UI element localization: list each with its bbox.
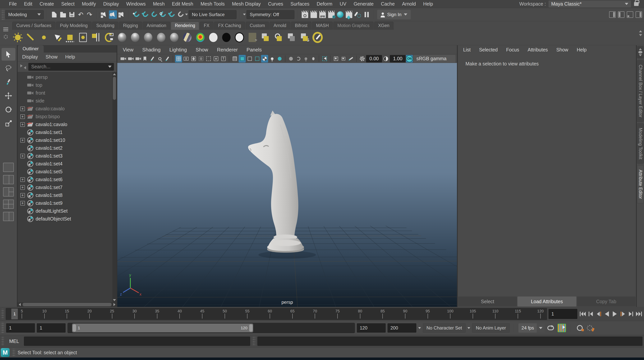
viewport-menu-item[interactable]: Show: [196, 47, 208, 53]
outliner-item[interactable]: cavalo1:set4: [18, 160, 117, 168]
range-end-handle[interactable]: [249, 324, 252, 332]
scrollbar-thumb[interactable]: [113, 77, 116, 100]
chevron-down-icon[interactable]: [108, 66, 112, 68]
shelf-tab[interactable]: Rigging: [119, 22, 142, 30]
expand-toggle[interactable]: +: [20, 106, 25, 111]
step-forward-key-button[interactable]: [627, 309, 635, 319]
render-settings-icon[interactable]: [327, 10, 336, 19]
color-management-toggle[interactable]: ON: [406, 55, 413, 63]
hypershade-icon[interactable]: [336, 10, 344, 19]
expand-toggle[interactable]: +: [20, 138, 25, 143]
time-slider[interactable]: 1 5 10 15: [6, 308, 547, 320]
expand-toggle[interactable]: +: [20, 185, 25, 190]
select-component-icon[interactable]: [118, 10, 126, 19]
tear-off-copy-icon[interactable]: [332, 55, 340, 63]
safe-action-icon[interactable]: [212, 55, 220, 63]
drag-handle[interactable]: [1, 322, 4, 334]
play-forwards-button[interactable]: [611, 309, 619, 319]
outliner-item[interactable]: defaultObjectSet: [18, 215, 117, 223]
expand-toggle[interactable]: +: [20, 193, 25, 198]
legacy-render-layers-icon[interactable]: [286, 32, 297, 43]
scroll-left-icon[interactable]: [19, 303, 21, 306]
drag-handle[interactable]: [12, 349, 15, 356]
snap-to-point-icon[interactable]: [150, 10, 158, 19]
shelf-tab[interactable]: Poly Modeling: [56, 22, 92, 30]
outliner-item[interactable]: + cavalo1:set9: [18, 199, 117, 207]
smooth-shade-icon[interactable]: [239, 55, 246, 63]
command-input[interactable]: [24, 336, 250, 346]
film-gate-icon[interactable]: [182, 55, 190, 63]
attribute-editor-menu-item[interactable]: Attributes: [528, 47, 548, 53]
outliner-item[interactable]: persp: [18, 73, 117, 81]
search-input[interactable]: [28, 63, 114, 71]
shelf-tab[interactable]: XGen: [374, 22, 394, 30]
render-setup-icon[interactable]: [345, 10, 353, 19]
spot-light-icon[interactable]: [51, 32, 62, 43]
layout-four-pane-button[interactable]: [3, 200, 14, 209]
snap-to-projected-center-icon[interactable]: [159, 10, 167, 19]
drag-handle[interactable]: [252, 336, 255, 346]
toon-outline-icon[interactable]: [312, 32, 323, 43]
shelf-tab[interactable]: Arnold: [270, 22, 290, 30]
playhead[interactable]: 1: [11, 309, 18, 319]
make-live-icon[interactable]: [168, 10, 176, 19]
ambient-occlusion-icon[interactable]: [287, 55, 294, 63]
viewport-menu-item[interactable]: Shading: [142, 47, 160, 53]
animation-preferences-icon[interactable]: [586, 324, 594, 332]
menu-item[interactable]: Edit: [20, 1, 36, 7]
exposure-icon[interactable]: [358, 55, 366, 63]
layout-single-pane-button[interactable]: [3, 163, 14, 172]
outliner-item[interactable]: + cavalo1:set7: [18, 184, 117, 191]
shelf-tab[interactable]: MASH: [312, 22, 333, 30]
drag-handle[interactable]: [1, 309, 4, 319]
toggle-attribute-editor-icon[interactable]: [608, 10, 616, 19]
animation-start-field[interactable]: 1: [6, 323, 35, 332]
attribute-editor-button[interactable]: Select: [458, 296, 517, 306]
shelf-tab[interactable]: FX Caching: [214, 22, 245, 30]
outliner-item[interactable]: + bispo:bispo: [18, 113, 117, 120]
surface-shader-icon[interactable]: [208, 32, 219, 43]
play-backwards-button[interactable]: [603, 309, 611, 319]
isolate-select-icon[interactable]: [321, 55, 328, 63]
step-back-key-button[interactable]: [587, 309, 594, 319]
outliner-item[interactable]: + cavalo1:set10: [18, 136, 117, 144]
playblast-icon[interactable]: [556, 324, 567, 332]
loop-playback-icon[interactable]: [547, 324, 555, 332]
outliner-item[interactable]: + cavalo1:cavalo: [18, 120, 117, 128]
character-set-dropdown[interactable]: No Character Set: [423, 323, 466, 332]
menu-item[interactable]: Display: [100, 1, 123, 7]
shelf-tab[interactable]: Bifrost: [291, 22, 312, 30]
contrast-icon[interactable]: [382, 55, 390, 63]
layered-shader-icon[interactable]: [182, 32, 193, 43]
outliner-menu-item[interactable]: Display: [22, 54, 42, 60]
outliner-menu-item[interactable]: Help: [65, 54, 79, 60]
menu-item[interactable]: Cache: [377, 1, 398, 7]
attribute-editor-menu-item[interactable]: List: [463, 47, 470, 53]
menu-item[interactable]: Windows: [123, 1, 149, 7]
view-transform-dropdown[interactable]: sRGB gamma: [413, 55, 456, 63]
outliner-item[interactable]: side: [18, 97, 117, 105]
bookmark-icon[interactable]: [141, 55, 148, 63]
attribute-editor-menu-item[interactable]: Selected: [479, 47, 498, 53]
select-tool[interactable]: [2, 48, 15, 61]
camera-attributes-icon[interactable]: [134, 55, 141, 63]
viewport-menu-item[interactable]: Renderer: [217, 47, 238, 53]
menu-item[interactable]: Edit Mesh: [168, 1, 197, 7]
render-view-icon[interactable]: [301, 10, 309, 19]
playback-end-field[interactable]: 120: [357, 323, 386, 332]
wireframe-display-icon[interactable]: [231, 55, 238, 63]
layout-three-pane-button[interactable]: [3, 187, 14, 197]
post-process-icon[interactable]: ~: [247, 32, 258, 43]
render-setup-icon[interactable]: [273, 32, 284, 43]
scroll-down-icon[interactable]: [113, 299, 116, 301]
panel-collapse-widget[interactable]: [637, 46, 644, 58]
rotate-tool[interactable]: [2, 103, 15, 116]
gate-mask-icon[interactable]: [198, 55, 204, 63]
depth-of-field-icon[interactable]: [310, 55, 317, 63]
outliner-filter-icon[interactable]: [20, 64, 26, 70]
shelf-tab[interactable]: Motion Graphics: [333, 22, 373, 30]
anti-alias-icon[interactable]: [302, 55, 309, 63]
attribute-editor-menu-item[interactable]: Help: [577, 47, 586, 53]
look-dev-icon[interactable]: [354, 10, 362, 19]
save-scene-icon[interactable]: [68, 10, 76, 19]
